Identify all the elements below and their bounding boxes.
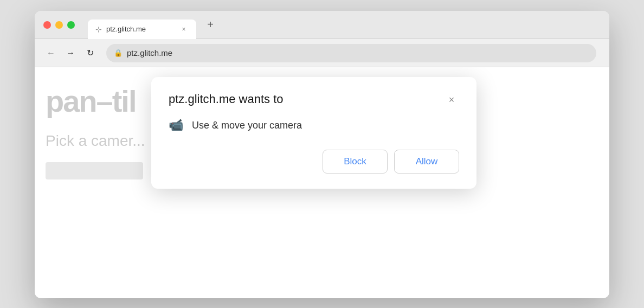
camera-icon: 📹 — [169, 118, 183, 132]
page-bg-subtext: Pick a camer... — [46, 132, 145, 150]
nav-bar: ← → ↻ 🔒 ptz.glitch.me — [35, 39, 609, 67]
title-bar: ⊹ ptz.glitch.me × + — [35, 11, 609, 39]
permission-dialog: ptz.glitch.me wants to × 📹 Use & move yo… — [151, 77, 476, 189]
page-content: pan–til Pick a camer... ptz.glitch.me wa… — [35, 67, 609, 298]
back-button[interactable]: ← — [43, 46, 59, 61]
traffic-lights — [43, 21, 75, 29]
permission-text: Use & move your camera — [192, 120, 302, 131]
forward-button[interactable]: → — [63, 46, 78, 61]
browser-tab[interactable]: ⊹ ptz.glitch.me × — [88, 20, 196, 39]
refresh-button[interactable]: ↻ — [82, 46, 98, 61]
address-text: ptz.glitch.me — [127, 48, 172, 57]
tab-title: ptz.glitch.me — [106, 25, 175, 33]
address-bar[interactable]: 🔒 ptz.glitch.me — [106, 44, 596, 62]
allow-button[interactable]: Allow — [394, 150, 459, 174]
dialog-close-button[interactable]: × — [444, 92, 459, 107]
close-button[interactable] — [43, 21, 51, 29]
browser-window: ⊹ ptz.glitch.me × + ← → ↻ 🔒 ptz.glitch.m… — [35, 11, 609, 298]
page-bg-heading: pan–til — [46, 84, 136, 119]
lock-icon: 🔒 — [114, 49, 123, 57]
dialog-permission-row: 📹 Use & move your camera — [169, 118, 459, 132]
page-bg-input — [46, 162, 143, 179]
dialog-title: ptz.glitch.me wants to — [169, 92, 284, 106]
dialog-actions: Block Allow — [169, 150, 459, 174]
tab-close-button[interactable]: × — [179, 24, 189, 34]
dialog-header: ptz.glitch.me wants to × — [169, 92, 459, 107]
block-button[interactable]: Block — [323, 150, 388, 174]
maximize-button[interactable] — [67, 21, 75, 29]
tab-move-icon: ⊹ — [95, 25, 102, 34]
new-tab-button[interactable]: + — [203, 17, 218, 33]
minimize-button[interactable] — [55, 21, 63, 29]
